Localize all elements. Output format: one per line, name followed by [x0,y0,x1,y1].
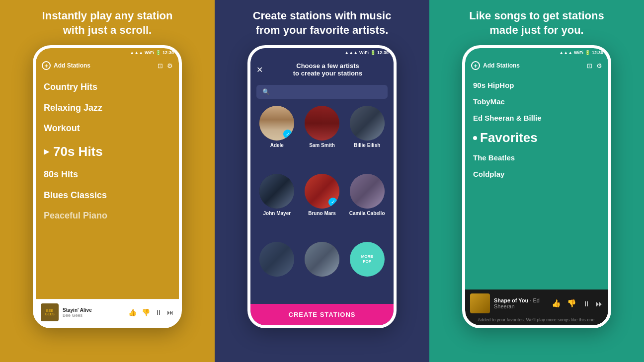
add-stations-label-3: Add Stations [483,62,520,69]
play-arrow-icon: ▶ [44,147,49,156]
list-item[interactable]: Relaxing Jazz [36,98,179,119]
artist-cell-row3b[interactable] [302,242,343,300]
panel-2-headline: Create stations with musicfrom your favo… [243,9,402,37]
list-item[interactable]: Peaceful Piano [36,206,179,226]
artist-avatar-johnmayer [259,174,294,209]
station-label: Workout [44,123,80,134]
panel-3-headline: Like songs to get stationsmade just for … [459,9,614,37]
status-bar-3: ▲▲▲ WiFi 🔋 12:30 [465,48,608,57]
time-display-3: 12:30 [592,50,603,55]
np-row: Shape of You · Ed Sheeran 👍 👎 ⏸ ⏭ [465,290,608,317]
settings-icon-3[interactable]: ⚙ [596,62,602,70]
more-pop-circle: MOREPOP [350,242,385,277]
artist-cell-camila[interactable]: Camila Cabello [346,174,388,238]
artist-cell-billie[interactable]: Billie Eilish [346,106,388,170]
list-item[interactable]: TobyMac [465,93,608,110]
station-list-3: 90s HipHop TobyMac Ed Sheeran & Billie F… [465,74,608,290]
station-label: Relaxing Jazz [44,103,102,114]
choose-header: ✕ Choose a few artists to create your st… [250,57,394,82]
now-playing-bar-1: BEEGEES Stayin' Alive Bee Gees 👍 👎 ⏸ ⏭ [36,299,179,325]
artist-cell-row3a[interactable] [256,242,298,300]
next-icon[interactable]: ⏭ [167,308,174,316]
artist-avatar-brunomars: ✓ [305,174,339,209]
artist-avatar-camila [350,174,385,209]
artist-cell-morepop[interactable]: MOREPOP [346,242,388,300]
phone-3: ▲▲▲ WiFi 🔋 12:30 + Add Stations ⊡ ⚙ [462,45,611,328]
artist-name-brunomars: Bruno Mars [308,211,336,216]
add-stations-btn-1[interactable]: + Add Stations [42,61,90,70]
add-stations-btn-3[interactable]: + Add Stations [471,61,520,70]
list-item-favorites[interactable]: Favorites [465,126,608,149]
signal-icon: ▲▲▲ [130,50,143,55]
header-icons-3: ⊡ ⚙ [587,62,602,70]
status-icons-2: ▲▲▲ WiFi 🔋 Choose a few artists 12:30 [344,50,389,55]
phone-1-screen: ▲▲▲ WiFi 🔋 12:30 + Add Stations ⊡ ⚙ [36,48,179,325]
thumb-up-icon[interactable]: 👍 [128,308,137,316]
station-label: 70s Hits [53,144,103,159]
list-item[interactable]: The Beatles [465,149,608,166]
phone-2-screen: ▲▲▲ WiFi 🔋 Choose a few artists 12:30 ✕ … [250,48,394,325]
album-art-3 [470,293,490,313]
more-pop-text: MOREPOP [361,254,373,264]
close-button[interactable]: ✕ [256,65,263,74]
list-item[interactable]: Coldplay [465,166,608,182]
station-label: Blues Classics [44,190,107,201]
plus-icon-1: + [42,61,51,70]
battery-icon: 🔋 [156,50,161,55]
station-label: 80s Hits [44,169,78,180]
panel-1: Instantly play any stationwith just a sc… [0,0,215,362]
list-item[interactable]: 80s Hits [36,164,179,185]
np-title: Shape of You · Ed Sheeran [494,297,548,309]
list-item-active[interactable]: ▶ 70s Hits [36,139,179,164]
artist-avatar-samsmith [305,106,339,141]
track-artist-1: Bee Gees [63,313,124,318]
panel-2: Create stations with musicfrom your favo… [215,0,429,362]
app-header-3: + Add Stations ⊡ ⚙ [465,57,608,74]
wifi-icon: WiFi [145,50,154,55]
signal-icon-3: ▲▲▲ [559,50,572,55]
battery-icon-2: 🔋 [370,50,376,55]
artist-cell-johnmayer[interactable]: John Mayer [256,174,298,238]
artist-cell-adele[interactable]: ✓ Adele [256,106,298,170]
panel-3: Like songs to get stationsmade just for … [429,0,644,362]
list-item[interactable]: Workout [36,118,179,139]
list-item[interactable]: Ed Sheeran & Billie [465,110,608,126]
thumb-up-icon-3[interactable]: 👍 [552,299,561,308]
header-icons-1: ⊡ ⚙ [158,62,173,70]
player-controls-1: 👍 👎 ⏸ ⏭ [128,308,174,316]
next-icon-3[interactable]: ⏭ [596,299,603,308]
phone-2: ▲▲▲ WiFi 🔋 Choose a few artists 12:30 ✕ … [247,45,397,328]
settings-icon[interactable]: ⚙ [167,62,173,70]
thumb-down-icon[interactable]: 👎 [142,308,150,316]
check-badge-brunomars: ✓ [328,198,337,207]
wifi-icon-2: WiFi [359,50,369,55]
status-bar-1: ▲▲▲ WiFi 🔋 12:30 [36,48,179,57]
pause-icon-3[interactable]: ⏸ [582,299,590,308]
add-stations-label-1: Add Stations [54,62,90,69]
pause-icon[interactable]: ⏸ [155,308,162,316]
check-badge-adele: ✓ [283,130,292,139]
panel-1-headline: Instantly play any stationwith just a sc… [32,9,183,37]
app-header-1: + Add Stations ⊡ ⚙ [36,57,179,74]
station-list-1: Country Hits Relaxing Jazz Workout ▶ 70s… [36,74,179,299]
fav-dot-icon [473,136,477,140]
artist-cell-brunomars[interactable]: ✓ Bruno Mars [302,174,343,238]
artist-name-johnmayer: John Mayer [263,211,291,216]
search-bar[interactable]: 🔍 [256,85,388,99]
cast-icon[interactable]: ⊡ [158,62,163,70]
added-to-favorites-text: Added to your favorites. We'll play more… [465,317,608,325]
artist-name-camila: Camila Cabello [349,211,385,216]
battery-icon-3: 🔋 [585,50,590,55]
choose-title: Choose a few artists to create your stat… [268,62,388,77]
list-item[interactable]: Country Hits [36,77,179,98]
artist-avatar-adele: ✓ [259,106,294,141]
album-art-1: BEEGEES [41,303,59,321]
cast-icon-3[interactable]: ⊡ [587,62,592,70]
list-item[interactable]: Blues Classics [36,185,179,206]
thumb-down-icon-3[interactable]: 👎 [567,299,576,308]
track-info-1: Stayin' Alive Bee Gees [63,307,124,318]
list-item[interactable]: 90s HipHop [465,77,608,93]
artist-cell-samsmith[interactable]: Sam Smith [302,106,343,170]
create-stations-button[interactable]: CREATE STATIONS [250,304,394,325]
station-label: Peaceful Piano [44,211,107,221]
